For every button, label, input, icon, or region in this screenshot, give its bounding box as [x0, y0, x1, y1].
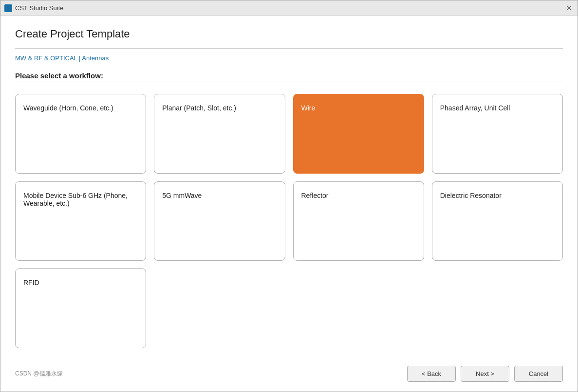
footer: CSDN @儒雅永缘 < Back Next > Cancel	[0, 358, 578, 392]
workflow-card-mobile-device[interactable]: Mobile Device Sub-6 GHz (Phone, Wearable…	[15, 181, 146, 261]
breadcrumb: MW & RF & OPTICAL | Antennas	[15, 54, 563, 62]
workflow-card-reflector[interactable]: Reflector	[293, 181, 424, 261]
workflow-card-phased-array[interactable]: Phased Array, Unit Cell	[432, 94, 563, 174]
window-title: CST Studio Suite	[15, 4, 63, 12]
title-bar: CST Studio Suite ✕	[0, 0, 578, 16]
app-icon	[4, 4, 12, 12]
workflow-card-waveguide[interactable]: Waveguide (Horn, Cone, etc.)	[15, 94, 146, 174]
workflow-grid: Waveguide (Horn, Cone, etc.)Planar (Patc…	[15, 94, 563, 348]
workflow-card-planar[interactable]: Planar (Patch, Slot, etc.)	[154, 94, 285, 174]
workflow-card-wire[interactable]: Wire	[293, 94, 424, 174]
next-button[interactable]: Next >	[461, 366, 509, 382]
main-window: CST Studio Suite ✕ Create Project Templa…	[0, 0, 578, 392]
workflow-card-rfid[interactable]: RFID	[15, 268, 146, 348]
title-separator	[15, 48, 563, 49]
page-title: Create Project Template	[15, 28, 563, 40]
close-button[interactable]: ✕	[564, 3, 574, 13]
cancel-button[interactable]: Cancel	[514, 366, 563, 382]
section-separator	[15, 82, 563, 82]
watermark: CSDN @儒雅永缘	[15, 370, 63, 378]
workflow-card-5g-mmwave[interactable]: 5G mmWave	[154, 181, 285, 261]
workflow-card-dielectric-resonator[interactable]: Dielectric Resonator	[432, 181, 563, 261]
section-heading: Please select a workflow:	[15, 71, 563, 80]
main-content: Create Project Template MW & RF & OPTICA…	[0, 16, 578, 358]
back-button[interactable]: < Back	[407, 366, 456, 382]
